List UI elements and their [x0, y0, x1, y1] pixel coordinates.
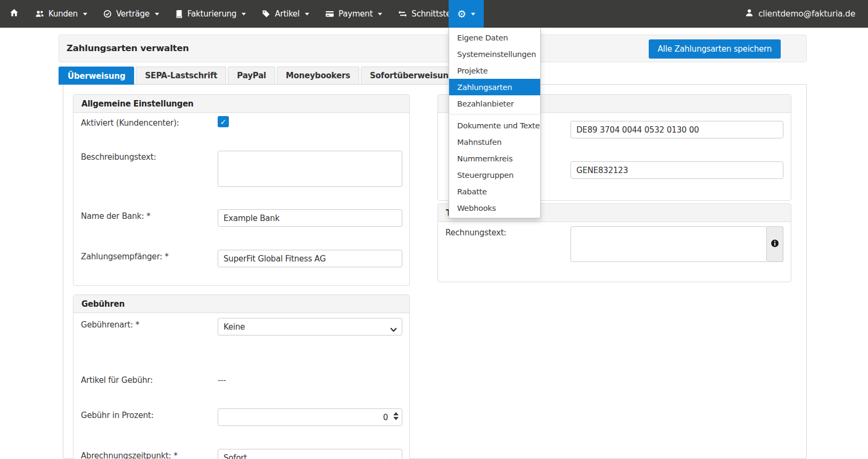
tab-moneybookers[interactable]: Moneybookers — [277, 67, 359, 84]
menu-item-dokumente-und-texte[interactable]: Dokumente und Texte — [449, 117, 540, 134]
fee-type-label: Gebührenart: * — [81, 320, 139, 330]
menu-item-bezahlanbieter[interactable]: Bezahlanbieter — [449, 95, 540, 112]
chevron-down-icon — [390, 325, 397, 334]
chevron-down-icon — [390, 456, 397, 459]
menu-item-systemeinstellungen[interactable]: Systemeinstellungen — [449, 46, 540, 62]
activated-checkbox[interactable]: ✓ — [218, 116, 229, 127]
activated-label: Aktiviert (Kundencenter): — [81, 118, 179, 128]
book-icon — [175, 10, 183, 18]
caret-down-icon — [305, 13, 309, 15]
menu-divider — [449, 114, 540, 114]
billing-time-label: Abrechnungszeitpunkt: * — [81, 451, 177, 459]
description-label: Beschreibungstext: — [81, 152, 156, 162]
invoice-text-label: Rechnungstext: — [445, 228, 506, 237]
menu-item-nummernkreis[interactable]: Nummernkreis — [449, 150, 540, 167]
page-title: Zahlungsarten verwalten — [67, 43, 189, 53]
invoice-text-info-addon — [767, 226, 783, 262]
nav-item-label: Verträge — [116, 9, 150, 19]
home-button[interactable] — [0, 0, 27, 28]
tab-sepa-lastschrift[interactable]: SEPA-Lastschrift — [136, 67, 226, 84]
bank-name-input[interactable] — [218, 209, 402, 227]
user-icon — [745, 9, 754, 19]
bank-name-label: Name der Bank: * — [81, 211, 151, 221]
credit-card-icon — [325, 10, 334, 18]
page: Kunden Verträge Fakturierung Artikel — [0, 0, 868, 459]
caret-down-icon — [471, 13, 475, 15]
caret-down-icon — [155, 13, 159, 15]
gear-icon: ⚙ — [457, 9, 466, 19]
save-all-payment-methods-button[interactable]: Alle Zahlungsarten speichern — [649, 39, 781, 59]
caret-down-icon — [378, 13, 382, 15]
nav-item-label: Artikel — [275, 9, 300, 19]
info-icon — [771, 239, 779, 250]
nav-item-label: Kunden — [48, 9, 78, 19]
check-icon: ✓ — [220, 118, 227, 126]
settings-menu-button[interactable]: ⚙ — [449, 0, 484, 28]
fee-article-value: --- — [218, 375, 226, 385]
nav-item-fakturierung[interactable]: Fakturierung — [167, 0, 254, 28]
invoice-text-textarea[interactable] — [571, 226, 767, 262]
top-navbar: Kunden Verträge Fakturierung Artikel — [0, 0, 868, 28]
menu-item-eigene-daten[interactable]: Eigene Daten — [449, 29, 540, 46]
home-icon — [10, 9, 19, 19]
menu-item-projekte[interactable]: Projekte — [449, 62, 540, 79]
fee-percent-label: Gebühr in Prozent: — [81, 411, 154, 420]
caret-down-icon — [83, 13, 87, 15]
tag-icon — [262, 10, 270, 18]
contract-icon — [103, 10, 112, 18]
fee-article-label: Artikel für Gebühr: — [81, 375, 153, 385]
billing-time-value: Sofort — [224, 453, 247, 459]
nav-item-vertraege[interactable]: Verträge — [95, 0, 167, 28]
nav-item-kunden[interactable]: Kunden — [27, 0, 95, 28]
menu-item-steuergruppen[interactable]: Steuergruppen — [449, 167, 540, 183]
number-stepper[interactable] — [393, 412, 399, 420]
fees-panel-title: Gebühren — [73, 295, 409, 313]
user-email: clientdemo@fakturia.de — [758, 9, 855, 19]
caret-down-icon — [242, 13, 246, 15]
menu-item-webhooks[interactable]: Webhooks — [449, 200, 540, 216]
tab-sofortueberweisung[interactable]: Sofortüberweisung — [361, 67, 463, 84]
general-settings-panel-title: Allgemeine Einstellungen — [73, 95, 409, 113]
menu-item-mahnstufen[interactable]: Mahnstufen — [449, 134, 540, 150]
exchange-arrows-icon — [398, 10, 407, 18]
nav-item-payment[interactable]: Payment — [317, 0, 390, 28]
payee-label: Zahlungsempfänger: * — [81, 252, 169, 261]
nav-item-label: Payment — [338, 9, 373, 19]
tab-ueberweisung[interactable]: Überweisung — [59, 67, 134, 85]
nav-item-artikel[interactable]: Artikel — [254, 0, 317, 28]
nav-item-label: Fakturierung — [187, 9, 236, 19]
bic-input[interactable] — [571, 161, 783, 179]
step-up-icon[interactable] — [393, 412, 399, 415]
menu-item-rabatte[interactable]: Rabatte — [449, 183, 540, 200]
fee-percent-input[interactable] — [218, 408, 402, 426]
fee-type-value: Keine — [224, 322, 245, 332]
tab-paypal[interactable]: PayPal — [228, 67, 275, 84]
settings-dropdown-menu: Eigene Daten Systemeinstellungen Projekt… — [449, 28, 541, 218]
payee-input[interactable] — [218, 250, 402, 267]
step-down-icon[interactable] — [393, 417, 399, 420]
page-header-panel: Zahlungsarten verwalten Alle Zahlungsart… — [59, 35, 807, 62]
menu-item-zahlungsarten[interactable]: Zahlungsarten — [449, 79, 540, 95]
users-icon — [35, 10, 44, 18]
billing-time-select[interactable]: Sofort — [218, 449, 402, 459]
description-textarea[interactable] — [218, 151, 402, 187]
iban-input[interactable] — [571, 121, 783, 138]
fee-type-select[interactable]: Keine — [218, 318, 402, 335]
user-menu[interactable]: clientdemo@fakturia.de — [745, 0, 855, 28]
